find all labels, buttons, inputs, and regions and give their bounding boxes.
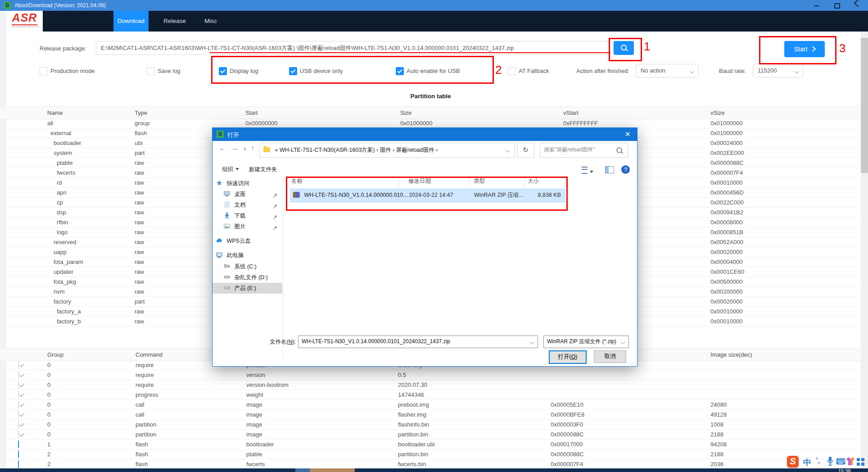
row-checkbox[interactable] (18, 450, 19, 458)
row-checkbox[interactable] (18, 411, 19, 418)
soft-keyboard-icon[interactable] (836, 458, 845, 467)
scrollbar-thumb[interactable] (861, 38, 868, 173)
back-button[interactable]: ← (219, 144, 226, 152)
sidebar-item[interactable]: 系统 (C:) (212, 261, 282, 272)
skin-shirt-icon[interactable] (846, 456, 855, 468)
recent-locations-dropdown[interactable]: ∨ (243, 146, 247, 152)
sidebar-item[interactable]: 下载 (212, 210, 282, 221)
punctuation-mode-icon[interactable]: ’, (816, 457, 820, 465)
row-checkbox[interactable] (18, 421, 19, 428)
minimize-button[interactable] (806, 0, 827, 11)
partition-name: fwcerts (0, 169, 135, 176)
open-button[interactable]: 打开(O) (549, 350, 587, 364)
baud-rate-select[interactable]: 115200 (753, 64, 803, 77)
maximize-button[interactable] (827, 0, 847, 11)
sidebar-item-icon (224, 191, 230, 197)
partition-name: system (0, 150, 135, 156)
dialog-titlebar[interactable]: B 打开 ✕ (212, 128, 637, 141)
command-table-row[interactable]: 2 flash ptable partition.bin 0x0000088C … (0, 449, 861, 459)
up-button[interactable]: ↑ (251, 144, 254, 152)
save-log-checkbox[interactable] (147, 67, 155, 75)
window-title: AbootDownload (Version: 2021.04.06) (14, 2, 106, 9)
ime-toolbox-icon[interactable] (857, 458, 864, 466)
taskbar[interactable] (0, 468, 868, 472)
address-bar[interactable]: « WH-LTE-7S1-CT-N30(ASR-1603方案) › 固件 › 屏… (259, 143, 515, 158)
organize-button[interactable]: 组织 (222, 166, 239, 173)
preview-pane-button[interactable] (605, 166, 614, 173)
breadcrumb[interactable]: « WH-LTE-7S1-CT-N30(ASR-1603方案) › 固件 › 屏… (275, 147, 438, 153)
refresh-button[interactable]: ↻ (517, 143, 534, 158)
command-table-row[interactable]: 0 partition image flashinfo.bin 0x000003… (0, 420, 861, 430)
partition-table-title: Partition table (0, 93, 861, 100)
partition-table-row[interactable]: all group 0x00000000 0x01000000 0xFFFFFF… (0, 118, 861, 128)
command-table-row[interactable]: 0 progress weight 14744346 (0, 390, 861, 400)
search-box[interactable]: 搜索"屏蔽reload固件" (540, 143, 628, 158)
taskbar-clock: 15:38 (838, 468, 865, 472)
sidebar-item[interactable]: WPS云盘 (212, 236, 282, 246)
at-fallback-label: AT Fallback (519, 68, 549, 74)
cmd-hex-size: 0x0000088C (551, 431, 710, 438)
sidebar-item[interactable]: 桌面 (212, 189, 282, 200)
row-checkbox[interactable] (18, 460, 19, 468)
chevron-down-icon (690, 69, 695, 74)
command-table-row[interactable]: 1 flash bootloader bootloader.ubi 0x0001… (0, 440, 861, 449)
microphone-icon[interactable] (827, 456, 834, 468)
partition-vsize: 0x0000088C (710, 159, 861, 166)
new-folder-button[interactable]: 新建文件夹 (249, 166, 277, 173)
partition-vstart: 0xFFFFFFFF (563, 120, 710, 127)
cancel-button[interactable]: 取消 (594, 350, 626, 363)
row-checkbox[interactable] (18, 431, 19, 438)
dialog-close-button[interactable]: ✕ (618, 128, 637, 141)
command-table-row[interactable]: 2 flash fwcerts fwcerts.bin 0x000007F4 2… (0, 459, 861, 469)
sidebar-item-label: WPS云盘 (226, 238, 250, 244)
tab-download[interactable]: Download (113, 11, 149, 32)
command-table-row[interactable]: 0 call image preboot.img 0x00005E10 2408… (0, 400, 861, 410)
command-table-row[interactable]: 0 require version 0.5 (0, 370, 861, 380)
partition-name: rfbin (0, 219, 135, 226)
list-view-button[interactable] (582, 167, 593, 175)
row-checkbox[interactable] (18, 361, 19, 369)
help-button[interactable] (621, 165, 630, 174)
sidebar-item[interactable]: 产品 (E:) (212, 283, 282, 294)
chevron-down-icon[interactable] (506, 148, 510, 153)
cmd-value: flashinfo.bin (398, 421, 551, 428)
row-checkbox[interactable] (18, 440, 19, 448)
command-table-row[interactable]: 0 require version-bootrom 2020.07.30 (0, 380, 861, 390)
sidebar-item[interactable]: 此电脑 (212, 250, 282, 261)
sidebar-item[interactable]: 杂乱文件 (D:) (212, 272, 282, 283)
partition-vsize: 0x00010000 (710, 318, 861, 325)
cmd-value: fwcerts.bin (398, 461, 551, 467)
taskbar-app-segment[interactable] (310, 468, 355, 472)
cmd-name: version (246, 372, 398, 378)
cmd-group: 2 (44, 461, 136, 467)
sogou-input-icon[interactable]: S (787, 456, 799, 467)
action-after-finished-select[interactable]: No action (636, 64, 699, 77)
cmd-command: require (136, 372, 246, 378)
chinese-mode-icon[interactable]: 中 (803, 457, 811, 468)
filetype-combobox[interactable]: WinRAR ZIP 压缩文件 (*.zip) (543, 336, 629, 348)
production-mode-checkbox[interactable] (40, 67, 48, 75)
sidebar-item-label: 快速访问 (226, 180, 249, 186)
row-checkbox[interactable] (18, 381, 19, 389)
row-checkbox[interactable] (18, 401, 19, 408)
filename-combobox[interactable]: WH-LTE-7S1-N30_V1.0.14.000000.0101_20240… (298, 336, 538, 348)
row-checkbox[interactable] (18, 391, 19, 399)
row-checkbox[interactable] (18, 371, 19, 379)
col-type: Type (135, 109, 245, 116)
tab-misc[interactable]: Misc (197, 11, 224, 32)
close-button[interactable] (847, 0, 868, 11)
taskbar-app-segment[interactable] (295, 468, 310, 472)
cmd-value: bootloader.ubi (398, 441, 551, 448)
command-table-row[interactable]: 0 call image flasher.img 0x0000BFE8 4912… (0, 410, 861, 420)
at-fallback-checkbox[interactable] (508, 67, 516, 75)
command-table-row[interactable]: 0 partition image partition.bin 0x000008… (0, 430, 861, 440)
resize-grip[interactable]: ⋰ (631, 360, 636, 365)
sidebar-item[interactable]: 快速访问 (212, 178, 282, 189)
sidebar-item[interactable]: 图片 (212, 221, 282, 232)
sidebar-item[interactable]: 文档 (212, 200, 282, 210)
pin-icon (272, 202, 278, 207)
cmd-dec-size: 49128 (710, 411, 861, 418)
forward-button[interactable]: → (231, 144, 239, 152)
tab-release[interactable]: Release (158, 11, 191, 32)
cmd-hex-size: 0x0000BFE8 (551, 411, 710, 418)
